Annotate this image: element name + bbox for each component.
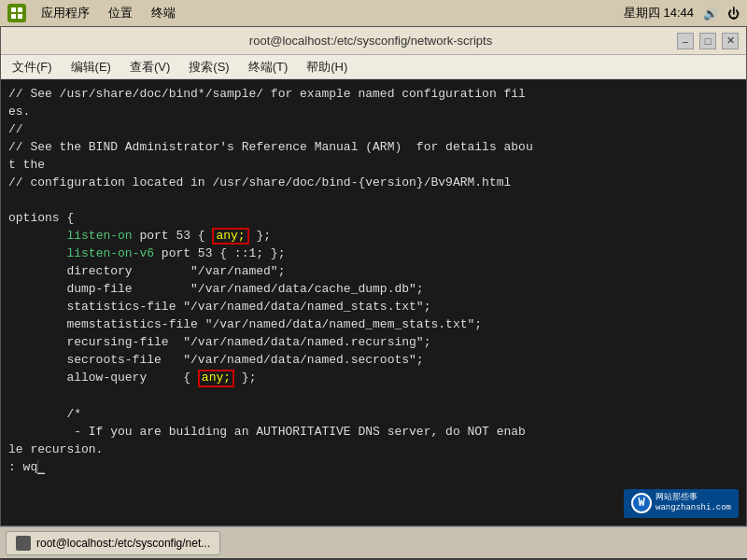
- menu-help[interactable]: 帮助(H): [299, 57, 355, 77]
- watermark-line1: 网站那些事: [655, 493, 731, 504]
- line-listen-on-v6: listen-on-v6 port 53 { ::1; };: [8, 245, 739, 262]
- minimize-button[interactable]: –: [677, 33, 694, 49]
- line-allow-query: allow-query { any; };: [8, 369, 739, 386]
- menu-terminal[interactable]: 终端(T): [241, 57, 296, 77]
- line-secroots-file: secroots-file "/var/named/data/named.sec…: [8, 351, 739, 369]
- terminal-menu[interactable]: 终端: [148, 3, 179, 23]
- line-statistics-file: statistics-file "/var/named/data/named_s…: [8, 298, 739, 315]
- power-icon[interactable]: ⏻: [727, 7, 740, 21]
- watermark: W 网站那些事 wangzhanshi.com: [624, 489, 739, 518]
- menu-view[interactable]: 查看(V): [122, 57, 177, 77]
- svg-rect-0: [11, 7, 16, 12]
- line-memstatistics: memstatistics-file "/var/named/data/name…: [8, 315, 739, 333]
- line-listen-on: listen-on port 53 { any; };: [8, 227, 739, 245]
- system-bar: 应用程序 位置 终端 星期四 14:44 🔊 ⏻: [0, 0, 747, 26]
- menu-edit[interactable]: 编辑(E): [63, 57, 119, 77]
- datetime: 星期四 14:44: [624, 5, 694, 21]
- window-title: root@localhost:/etc/sysconfig/network-sc…: [64, 34, 677, 48]
- watermark-logo: W: [631, 493, 652, 513]
- line-recursion: le recursion.: [8, 441, 739, 458]
- maximize-button[interactable]: □: [699, 33, 716, 49]
- line-directory: directory "/var/named";: [8, 262, 739, 280]
- watermark-text: 网站那些事 wangzhanshi.com: [655, 493, 731, 514]
- close-button[interactable]: ✕: [722, 33, 739, 49]
- line-recursing-file: recursing-file "/var/named/data/named.re…: [8, 333, 739, 351]
- taskbar-terminal-button[interactable]: root@localhost:/etc/sysconfig/net...: [6, 531, 220, 555]
- app-icon: [7, 4, 26, 22]
- line-1: // See /usr/share/doc/bind*/sample/ for …: [8, 85, 739, 103]
- line-5: t the: [8, 156, 739, 174]
- volume-icon: 🔊: [703, 7, 718, 21]
- line-3: //: [8, 120, 739, 138]
- any-box-1: any;: [212, 228, 248, 245]
- any-box-2: any;: [198, 370, 234, 386]
- taskbar: root@localhost:/etc/sysconfig/net...: [0, 526, 747, 558]
- location-menu[interactable]: 位置: [105, 3, 136, 23]
- terminal-window: root@localhost:/etc/sysconfig/network-sc…: [0, 26, 747, 526]
- title-bar: root@localhost:/etc/sysconfig/network-sc…: [1, 27, 746, 55]
- line-options: options {: [8, 209, 739, 227]
- line-authoritative: - If you are building an AUTHORITATIVE D…: [8, 423, 739, 441]
- taskbar-terminal-icon: [16, 536, 31, 551]
- app-menu[interactable]: 应用程序: [37, 3, 93, 23]
- line-4: // See the BIND Administrator's Referenc…: [8, 138, 739, 156]
- taskbar-terminal-label: root@localhost:/etc/sysconfig/net...: [36, 537, 210, 550]
- line-comment-start: /*: [8, 405, 739, 423]
- line-dump-file: dump-file "/var/named/data/cache_dump.db…: [8, 280, 739, 298]
- menu-file[interactable]: 文件(F): [5, 57, 60, 77]
- line-wq: : wq█: [8, 458, 739, 476]
- system-bar-left: 应用程序 位置 终端: [7, 3, 179, 23]
- line-2: es.: [8, 103, 739, 120]
- svg-rect-2: [11, 14, 16, 19]
- menu-bar: 文件(F) 编辑(E) 查看(V) 搜索(S) 终端(T) 帮助(H): [1, 55, 746, 79]
- svg-rect-1: [18, 7, 22, 12]
- system-bar-right: 星期四 14:44 🔊 ⏻: [624, 5, 740, 21]
- terminal-content[interactable]: // See /usr/share/doc/bind*/sample/ for …: [1, 79, 746, 525]
- line-6: // configuration located in /usr/share/d…: [8, 174, 739, 191]
- watermark-line2: wangzhanshi.com: [655, 503, 731, 514]
- menu-search[interactable]: 搜索(S): [181, 57, 236, 77]
- line-blank: [8, 387, 739, 405]
- window-controls: – □ ✕: [677, 33, 739, 49]
- svg-rect-3: [18, 14, 22, 19]
- line-7: [8, 191, 739, 209]
